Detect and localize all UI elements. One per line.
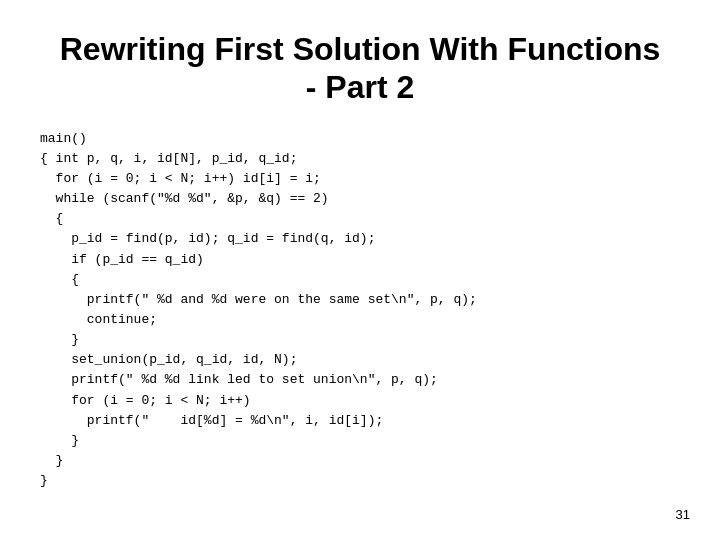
page-number: 31 — [676, 507, 690, 522]
slide: Rewriting First Solution With Functions … — [0, 0, 720, 540]
slide-title: Rewriting First Solution With Functions … — [40, 30, 680, 107]
code-block: main() { int p, q, i, id[N], p_id, q_id;… — [40, 129, 680, 492]
